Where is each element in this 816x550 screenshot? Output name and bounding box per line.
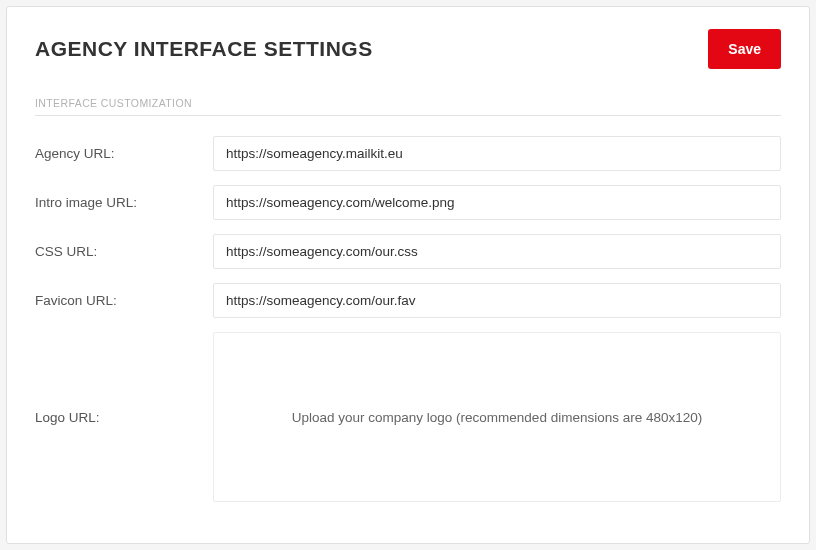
save-button[interactable]: Save xyxy=(708,29,781,69)
label-agency-url: Agency URL: xyxy=(35,146,213,161)
row-intro-image-url: Intro image URL: xyxy=(35,185,781,220)
input-agency-url[interactable] xyxy=(213,136,781,171)
label-css-url: CSS URL: xyxy=(35,244,213,259)
label-favicon-url: Favicon URL: xyxy=(35,293,213,308)
label-logo-url: Logo URL: xyxy=(35,410,213,425)
input-intro-image-url[interactable] xyxy=(213,185,781,220)
settings-card: AGENCY INTERFACE SETTINGS Save INTERFACE… xyxy=(6,6,810,544)
header-row: AGENCY INTERFACE SETTINGS Save xyxy=(35,29,781,69)
row-favicon-url: Favicon URL: xyxy=(35,283,781,318)
row-logo-url: Logo URL: Upload your company logo (reco… xyxy=(35,332,781,502)
input-favicon-url[interactable] xyxy=(213,283,781,318)
label-intro-image-url: Intro image URL: xyxy=(35,195,213,210)
row-agency-url: Agency URL: xyxy=(35,136,781,171)
section-header: INTERFACE CUSTOMIZATION xyxy=(35,97,781,116)
logo-upload-dropzone[interactable]: Upload your company logo (recommended di… xyxy=(213,332,781,502)
page-title: AGENCY INTERFACE SETTINGS xyxy=(35,37,373,61)
input-css-url[interactable] xyxy=(213,234,781,269)
row-css-url: CSS URL: xyxy=(35,234,781,269)
